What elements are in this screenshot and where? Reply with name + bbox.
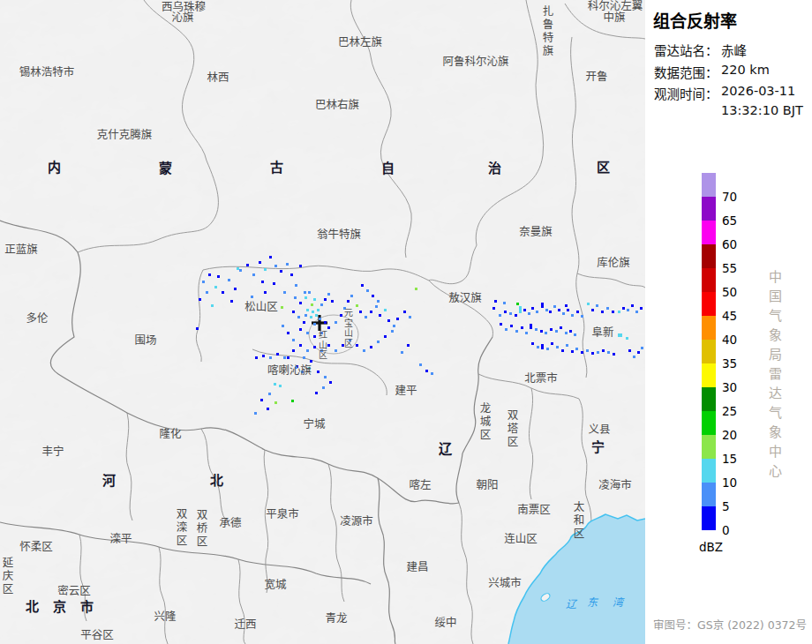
- province-label: 古: [270, 161, 284, 175]
- legend-value: 30: [722, 380, 737, 394]
- legend-swatch: [702, 411, 716, 435]
- place-label: 奈曼旗: [519, 227, 553, 238]
- place-label-vertical: 龙 城 区: [480, 401, 492, 441]
- legend-swatch: [702, 197, 716, 221]
- place-label: 青龙: [325, 613, 347, 625]
- legend-value: 25: [722, 404, 737, 418]
- place-label: 密云区: [57, 586, 91, 597]
- place-label: 林西: [207, 72, 229, 84]
- legend-swatch: [702, 435, 716, 459]
- place-label-vertical: 元 宝 山 区: [344, 308, 353, 348]
- range-label: 数据范围：: [654, 63, 718, 81]
- place-label: 巴林右旗: [315, 100, 359, 111]
- province-label: 京: [53, 601, 67, 614]
- province-label: 治: [488, 162, 502, 176]
- place-label-vertical: 延 庆 区: [3, 556, 14, 595]
- obs-time-clock: 13:32:10 BJT: [721, 103, 803, 117]
- place-label-vertical: 双 塔 区: [508, 408, 519, 448]
- place-label: 平谷区: [80, 630, 114, 641]
- place-label: 兴城市: [488, 578, 522, 589]
- place-label: 凌源市: [340, 516, 373, 528]
- legend-value: 65: [722, 213, 737, 228]
- place-label: 中旗: [603, 12, 625, 24]
- legend-swatch: [702, 292, 716, 316]
- info-panel: 组合反射率 雷达站名： 赤峰 数据范围： 220 km 观测时间： 2026-0…: [645, 0, 812, 644]
- legend-swatch: [702, 173, 716, 197]
- place-label: 平泉市: [266, 509, 299, 520]
- province-label: 北: [210, 475, 224, 488]
- place-label: 克什克腾旗: [97, 130, 153, 141]
- place-label: 北票市: [524, 373, 558, 385]
- legend-value: 70: [722, 190, 737, 204]
- place-label: 丰宁: [41, 446, 64, 458]
- legend-swatch: [702, 363, 716, 387]
- legend-swatch: [702, 506, 716, 530]
- place-label: 开鲁: [585, 71, 607, 83]
- province-label: 宁: [591, 441, 605, 454]
- place-label-vertical: 太 和 区: [574, 500, 585, 540]
- place-label: 喀左: [409, 480, 431, 491]
- map-label-layer: 西乌珠穆沁旗科尔沁左翼中旗锡林浩特市林西巴林左旗巴林右旗阿鲁科尔沁旗开鲁克什克腾…: [0, 0, 645, 644]
- place-label: 阿鲁科尔沁旗: [442, 56, 508, 68]
- sea-label: 东: [587, 597, 598, 608]
- legend-value: 35: [722, 356, 737, 371]
- legend-value: 10: [722, 476, 737, 490]
- province-label: 区: [597, 161, 611, 175]
- place-label: 松山区: [244, 302, 278, 313]
- place-label-vertical: 双 桥 区: [197, 508, 208, 548]
- place-label: 宽城: [264, 580, 286, 591]
- province-label: 北: [26, 601, 40, 614]
- place-label: 正蓝旗: [4, 244, 38, 256]
- place-label: 喀喇沁旗: [267, 365, 312, 377]
- radar-map: 西乌珠穆沁旗科尔沁左翼中旗锡林浩特市林西巴林左旗巴林右旗阿鲁科尔沁旗开鲁克什克腾…: [0, 0, 645, 644]
- place-label: 迁西: [234, 619, 256, 631]
- place-label: 义县: [588, 424, 610, 436]
- place-label-vertical: 扎 鲁 特 旗: [543, 4, 554, 57]
- obs-time-label: 观测时间：: [654, 84, 718, 102]
- place-label-vertical: 双 滦 区: [177, 507, 188, 547]
- place-label: 巴林左旗: [338, 37, 382, 49]
- station-value: 赤峰: [721, 41, 747, 59]
- legend-unit: dBZ: [699, 540, 723, 554]
- place-label: 宁城: [303, 419, 325, 431]
- legend-swatch: [702, 316, 716, 340]
- range-value: 220 km: [721, 63, 770, 77]
- legend-value: 5: [722, 499, 730, 513]
- place-label: 敖汉旗: [448, 293, 482, 304]
- province-label: 内: [48, 161, 62, 175]
- place-label: 建平: [395, 386, 417, 397]
- legend-swatch: [702, 459, 716, 483]
- place-label: 围场: [134, 335, 156, 347]
- obs-time-date: 2026-03-11: [721, 84, 795, 98]
- legend-swatch: [702, 340, 716, 363]
- sea-label: 辽: [566, 599, 576, 610]
- place-label: 多伦: [26, 313, 48, 325]
- legend-swatch: [702, 483, 716, 506]
- province-label: 蒙: [159, 162, 173, 176]
- legend-value: 40: [722, 333, 737, 347]
- product-title: 组合反射率: [653, 8, 737, 32]
- place-label: 承德: [219, 518, 241, 529]
- place-label: 滦平: [109, 534, 132, 545]
- place-label: 建昌: [406, 562, 428, 573]
- place-label: 朝阳: [476, 480, 498, 491]
- legend-value: 0: [722, 523, 730, 537]
- legend-swatch: [702, 244, 716, 268]
- place-label: 翁牛特旗: [317, 229, 361, 241]
- place-label-vertical: 红 山 区: [319, 330, 327, 361]
- legend-swatch: [702, 268, 716, 292]
- province-label: 自: [381, 162, 395, 176]
- place-label: 凌海市: [598, 480, 632, 491]
- place-label: 沁旗: [171, 12, 193, 24]
- legend-value: 60: [722, 237, 737, 251]
- province-label: 辽: [439, 443, 453, 456]
- place-label: 连山区: [504, 534, 538, 545]
- place-label: 绥中: [434, 618, 456, 629]
- sea-label: 湾: [613, 597, 623, 608]
- legend-value: 45: [722, 309, 737, 323]
- province-label: 市: [80, 601, 94, 614]
- place-label: 兴隆: [154, 611, 176, 623]
- station-label: 雷达站名：: [654, 41, 718, 59]
- legend-swatch: [702, 221, 716, 244]
- legend-swatch: [702, 387, 716, 411]
